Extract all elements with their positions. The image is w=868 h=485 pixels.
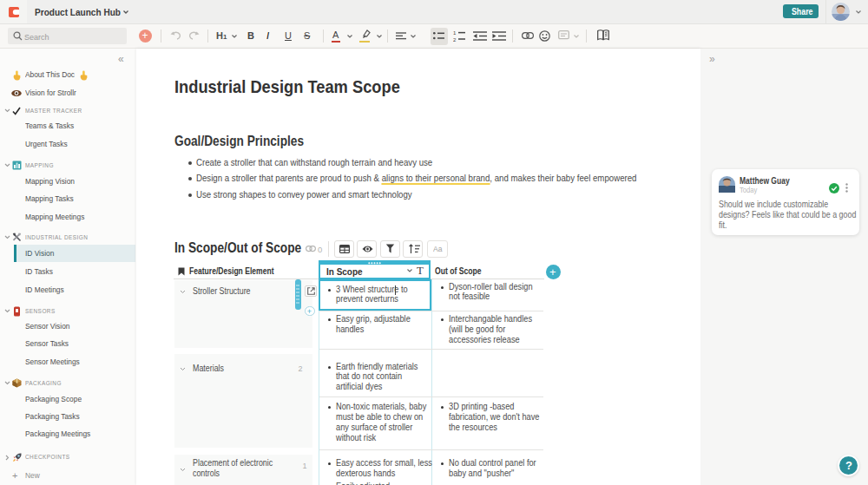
svg-text:2: 2 — [453, 37, 457, 43]
svg-text:1: 1 — [453, 30, 457, 36]
